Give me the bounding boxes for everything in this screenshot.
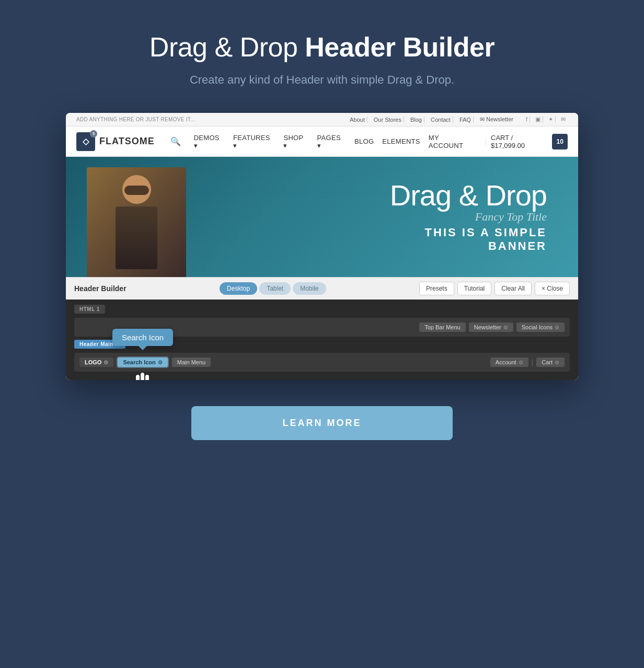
close-button[interactable]: × Close [535, 282, 570, 295]
nav-faq: FAQ [457, 117, 474, 123]
cart-text: CART / $17,099.00 [491, 134, 548, 149]
person-glasses [124, 186, 149, 195]
cursor-hand [130, 371, 156, 380]
builder-title: Header Builder [74, 284, 126, 293]
builder-rows: HTML 1 Top Bar Menu Newsletter ⚙ Social … [66, 300, 578, 380]
page-subtitle: Create any kind of Header with simple Dr… [190, 73, 454, 87]
html-right-items: Top Bar Menu Newsletter ⚙ Social Icons ⚙ [419, 323, 565, 332]
search-icon-container[interactable]: Search Icon Search Icon ⚙ [118, 358, 167, 367]
nav-pages: PAGES ▾ [317, 134, 347, 149]
tab-desktop[interactable]: Desktop [220, 282, 257, 295]
cart-gear-icon: ⚙ [555, 360, 559, 365]
email-icon: ✉ [559, 116, 568, 123]
top-bar-nav: About Our Stores Blog Contact FAQ ✉ News… [348, 116, 568, 123]
hero-fancy-text: Fancy Top Title [390, 210, 547, 224]
hero-person [87, 167, 186, 277]
browser-window: ADD ANYTHING HERE OR JUST REMOVE IT... A… [66, 113, 578, 380]
newsletter-item: Newsletter ⚙ [469, 323, 513, 332]
builder-tabs[interactable]: Desktop Tablet Mobile [220, 282, 326, 295]
header-main-items-row: LOGO ⚙ Search Icon Search Icon ⚙ [74, 353, 570, 372]
main-right-items: Account ⚙ | Cart ⚙ [490, 358, 565, 367]
top-bar: ADD ANYTHING HERE OR JUST REMOVE IT... A… [66, 113, 578, 126]
hero-main-text: Drag & Drop [390, 181, 547, 210]
html-row-top: HTML 1 [74, 305, 570, 316]
newsletter-label: Newsletter [474, 324, 501, 330]
social-icons: f ▣ ✦ ✉ [524, 116, 568, 123]
cart-divider: | [485, 137, 487, 145]
main-menu-item: Main Menu [172, 358, 211, 367]
nav-demos: DEMOS ▾ [194, 134, 225, 149]
tab-mobile[interactable]: Mobile [293, 282, 326, 295]
hand-cursor-svg [130, 371, 156, 380]
search-icon-builder-label: Search Icon [123, 359, 155, 365]
builder-actions[interactable]: Presets Tutorial Clear All × Close [419, 282, 570, 295]
cart-item: Cart ⚙ [536, 358, 565, 367]
account-gear-icon: ⚙ [519, 360, 523, 365]
search-icon: 🔍 [170, 136, 181, 146]
instagram-icon: ▣ [533, 116, 543, 123]
tab-tablet[interactable]: Tablet [259, 282, 291, 295]
items-divider: | [532, 358, 534, 366]
html-label: HTML 1 [74, 305, 105, 314]
nav-myaccount: MY ACCOUNT [429, 134, 475, 149]
tooltip-text: Search Icon [122, 333, 164, 342]
nav-blog: BLOG [354, 137, 374, 145]
svg-rect-3 [145, 375, 149, 380]
title-bold: Header Builder [305, 32, 494, 62]
tutorial-button[interactable]: Tutorial [457, 282, 492, 295]
header-main-row: Header Main ⚙ LOGO ⚙ Search Icon Search … [74, 340, 570, 372]
top-bar-menu-item: Top Bar Menu [419, 323, 465, 332]
top-bar-announcement: ADD ANYTHING HERE OR JUST REMOVE IT... [76, 117, 195, 122]
builder-bar: Header Builder Desktop Tablet Mobile Pre… [66, 277, 578, 300]
nav-stores: Our Stores [372, 117, 404, 123]
presets-button[interactable]: Presets [419, 282, 454, 295]
search-item-gear-icon: ⚙ [158, 360, 163, 365]
logo-badge: 3 [90, 130, 97, 137]
main-menu-label: Main Menu [177, 359, 205, 365]
page-title: Drag & Drop Header Builder [150, 31, 494, 63]
logo-builder-label: LOGO [85, 359, 101, 365]
learn-more-button[interactable]: LEARN MORE [191, 406, 453, 440]
nav-features: FEATURES ▾ [233, 134, 275, 149]
logo-area: ◇ 3 FLATSOME [76, 132, 155, 151]
search-icon-builder-item[interactable]: Search Icon ⚙ [118, 358, 167, 367]
logo-gear-icon: ⚙ [104, 360, 108, 365]
main-nav: ◇ 3 FLATSOME 🔍 DEMOS ▾ FEATURES ▾ SHOP ▾… [66, 126, 578, 157]
svg-rect-1 [136, 375, 140, 380]
social-icons-label: Social Icons [522, 324, 553, 330]
cart-label: Cart [542, 359, 553, 365]
nav-cart: | CART / $17,099.00 10 [485, 134, 568, 149]
clear-all-button[interactable]: Clear All [494, 282, 532, 295]
nav-contact: Contact [429, 117, 453, 123]
account-item: Account ⚙ [490, 358, 528, 367]
social-icons-item: Social Icons ⚙ [516, 323, 565, 332]
newsletter-gear-icon: ⚙ [503, 325, 508, 330]
social-icons-gear-icon: ⚙ [555, 325, 559, 330]
person-head [122, 175, 151, 204]
account-label: Account [496, 359, 516, 365]
nav-elements: ELEMENTS [382, 137, 420, 145]
logo-text: FLATSOME [99, 136, 155, 147]
cart-count: 10 [552, 134, 568, 149]
nav-newsletter: ✉ Newsletter [478, 116, 515, 123]
search-icon-tooltip: Search Icon [112, 329, 173, 346]
logo-icon: ◇ 3 [76, 132, 95, 151]
person-body [116, 206, 157, 269]
nav-shop: SHOP ▾ [283, 134, 308, 149]
svg-rect-2 [141, 373, 144, 380]
hero-sub-text: THIS IS A SIMPLEBANNER [390, 226, 547, 254]
top-bar-menu-label: Top Bar Menu [424, 324, 460, 330]
twitter-icon: ✦ [546, 116, 556, 123]
nav-links: DEMOS ▾ FEATURES ▾ SHOP ▾ PAGES ▾ BLOG E… [194, 134, 475, 149]
logo-builder-item: LOGO ⚙ [79, 358, 113, 367]
nav-about: About [348, 117, 367, 123]
hero-banner: Drag & Drop Fancy Top Title THIS IS A SI… [66, 157, 578, 277]
hero-text-area: Drag & Drop Fancy Top Title THIS IS A SI… [390, 181, 547, 254]
title-normal: Drag & Drop [150, 32, 305, 62]
nav-blog: Blog [408, 117, 424, 123]
facebook-icon: f [524, 116, 530, 123]
